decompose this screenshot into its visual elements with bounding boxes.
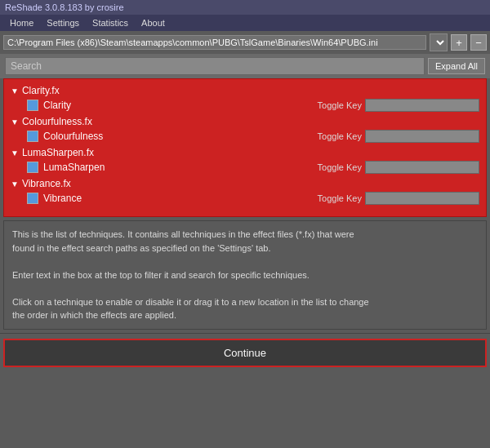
info-line6: Click on a technique to enable or disabl… [12,297,369,307]
fx-item-clarity[interactable]: Clarity Toggle Key [11,97,479,113]
fx-color-lumasharpen [27,162,38,173]
menu-about[interactable]: About [135,16,172,29]
info-line2: found in the effect search paths as spec… [12,243,270,253]
toggle-key-input-lumasharpen[interactable] [365,161,479,174]
continue-section: Continue [0,333,490,372]
toggle-key-label-colourfulness: Toggle Key [318,131,362,141]
info-text: This is the list of techniques. It conta… [3,220,487,330]
main-content: Expand All ▼ Clarity.fx Clarity Toggle K… [0,54,490,448]
info-line7: the order in which the effects are appli… [12,310,176,320]
fx-group-header-lumasharpen[interactable]: ▼ LumaSharpen.fx [11,146,479,159]
effects-list: ▼ Clarity.fx Clarity Toggle Key ▼ Colour… [3,78,487,217]
fx-group-label-vibrance: Vibrance.fx [22,178,71,189]
fx-group-label-clarity: Clarity.fx [22,85,60,96]
fx-item-vibrance[interactable]: Vibrance Toggle Key [11,190,479,206]
info-line4: Enter text in the box at the top to filt… [12,270,310,280]
title-bar: ReShade 3.0.8.183 by crosire [0,0,490,15]
fx-name-lumasharpen: LumaSharpen [43,162,318,173]
fx-color-vibrance [27,193,38,204]
info-line1: This is the list of techniques. It conta… [12,229,354,239]
toggle-key-input-colourfulness[interactable] [365,130,479,143]
add-path-button[interactable]: + [451,34,467,51]
fx-item-lumasharpen[interactable]: LumaSharpen Toggle Key [11,159,479,175]
path-bar: + − [0,31,490,54]
path-input[interactable] [3,35,426,50]
continue-button[interactable]: Continue [3,339,487,367]
toggle-key-input-clarity[interactable] [365,99,479,112]
path-dropdown[interactable] [430,33,448,51]
fx-color-colourfulness [27,131,38,142]
arrow-icon-clarity: ▼ [11,86,19,95]
fx-group-header-colourfulness[interactable]: ▼ Colourfulness.fx [11,115,479,128]
menu-bar: Home Settings Statistics About [0,15,490,31]
arrow-icon-lumasharpen: ▼ [11,149,19,157]
menu-settings[interactable]: Settings [40,16,86,29]
menu-statistics[interactable]: Statistics [86,16,135,29]
fx-group-vibrance: ▼ Vibrance.fx Vibrance Toggle Key [11,177,479,206]
toggle-key-label-lumasharpen: Toggle Key [318,162,362,172]
fx-item-colourfulness[interactable]: Colourfulness Toggle Key [11,128,479,144]
fx-group-header-vibrance[interactable]: ▼ Vibrance.fx [11,177,479,190]
fx-name-vibrance: Vibrance [43,193,318,204]
toggle-key-label-clarity: Toggle Key [318,100,362,110]
fx-group-clarity: ▼ Clarity.fx Clarity Toggle Key [11,84,479,113]
fx-color-clarity [27,100,38,111]
fx-name-colourfulness: Colourfulness [43,131,318,142]
remove-path-button[interactable]: − [470,34,487,51]
expand-all-button[interactable]: Expand All [428,58,485,74]
menu-home[interactable]: Home [3,16,40,29]
fx-group-label-lumasharpen: LumaSharpen.fx [22,147,94,158]
arrow-icon-vibrance: ▼ [11,180,19,189]
fx-group-label-colourfulness: Colourfulness.fx [22,116,92,127]
fx-group-header-clarity[interactable]: ▼ Clarity.fx [11,84,479,97]
fx-group-colourfulness: ▼ Colourfulness.fx Colourfulness Toggle … [11,115,479,144]
app-title: ReShade 3.0.8.183 by crosire [5,2,124,12]
fx-group-lumasharpen: ▼ LumaSharpen.fx LumaSharpen Toggle Key [11,146,479,175]
fx-name-clarity: Clarity [43,100,318,111]
search-input[interactable] [5,57,425,75]
arrow-icon-colourfulness: ▼ [11,118,19,126]
toggle-key-label-vibrance: Toggle Key [318,193,362,203]
toggle-key-input-vibrance[interactable] [365,192,479,205]
search-bar: Expand All [0,54,490,78]
